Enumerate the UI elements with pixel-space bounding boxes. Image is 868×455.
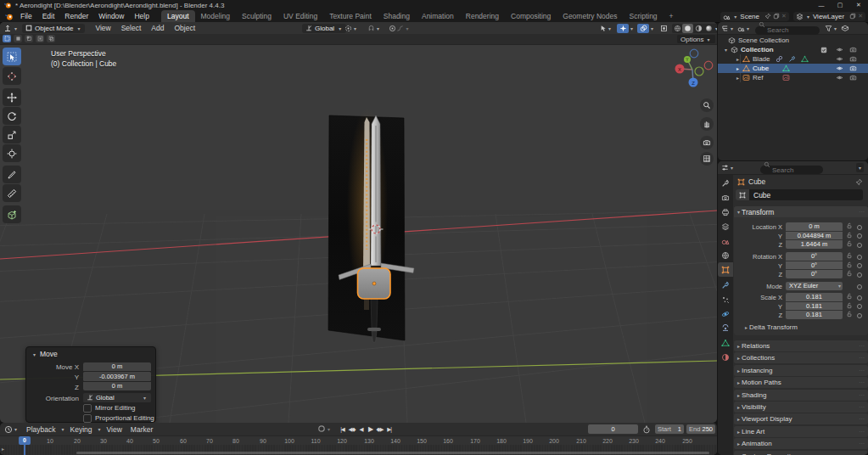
view-layer-selector[interactable]: ▾ ViewLayer ✕ [793,12,865,21]
move-operator-panel[interactable]: ▾ Move Move X 0 m Y -0.003967 m Z 0 m Or… [25,346,156,423]
blender-app-menu-icon[interactable] [4,12,14,21]
next-keyframe-button[interactable]: ◆▶ [375,424,384,434]
lock-icon[interactable] [846,302,853,309]
lock-icon[interactable] [846,222,853,229]
lock-icon[interactable] [846,252,853,259]
minimize-button[interactable]: — [812,0,831,10]
section-line-art[interactable]: ▸Line Art⋯ [734,426,868,437]
expand-icon[interactable]: ▸ [736,56,739,62]
camera-view-button[interactable] [700,136,714,149]
section-viewport-display[interactable]: ▸Viewport Display⋯ [734,413,868,424]
add-workspace-button[interactable]: + [664,10,680,22]
play-reverse-button[interactable]: ◀ [356,424,366,434]
maximize-button[interactable]: ▢ [831,0,849,10]
scale-y-field[interactable]: 0.181 [786,302,843,311]
properties-editor-icon[interactable] [721,164,729,171]
section-visibility[interactable]: ▸Visibility⋯ [734,402,868,413]
expand-icon[interactable]: ▸ [736,75,739,81]
tab-render[interactable] [720,193,731,203]
scene-selector[interactable]: ▾ Scene ✕ [720,12,789,21]
menu-help[interactable]: Help [129,10,154,22]
chevron-down-icon[interactable]: ▾ [14,426,17,432]
animate-dot[interactable] [857,263,862,268]
play-button[interactable]: ▶ [366,424,375,434]
move-z-field[interactable]: 0 m [83,382,151,391]
menu-render[interactable]: Render [59,10,93,22]
animate-dot[interactable] [857,295,862,301]
lock-icon[interactable] [846,270,853,277]
gizmo-negative-z-ball[interactable] [690,49,698,58]
animate-dot[interactable] [857,255,862,260]
auto-keying-toggle[interactable]: ▾ [317,424,332,433]
timeline-menu-playback[interactable]: Playback [22,425,60,434]
section-custom-properties[interactable]: ▸Custom Properties⋯ [734,451,868,455]
end-frame-field[interactable]: End250 [686,424,715,434]
filter-dropdown-icon[interactable]: ▾ [856,163,864,172]
move-x-field[interactable]: 0 m [83,362,151,372]
animate-dot[interactable] [857,272,862,278]
section-shading[interactable]: ▸Shading⋯ [734,390,868,401]
chevron-down-icon[interactable]: ▾ [834,25,837,31]
animate-dot[interactable] [857,233,862,239]
tab-material[interactable] [720,352,731,362]
jump-to-start-button[interactable]: |◀ [338,424,347,434]
channel-expand-icon[interactable]: ▸ [2,446,4,452]
tab-animation[interactable]: Animation [416,10,460,22]
tab-rendering[interactable]: Rendering [460,10,505,22]
tab-layout[interactable]: Layout [161,10,195,22]
hide-eye-icon[interactable] [836,74,843,81]
hide-eye-icon[interactable] [836,65,843,72]
tab-scripting[interactable]: Scripting [624,10,664,22]
hide-eye-icon[interactable] [836,55,843,63]
section-relations[interactable]: ▸Relations⋯ [734,340,868,351]
scale-z-field[interactable]: 0.181 [786,311,843,319]
tab-tool[interactable] [720,178,731,188]
new-collection-icon[interactable] [841,24,849,32]
lock-icon[interactable] [846,261,853,268]
scale-x-field[interactable]: 0.181 [786,293,843,301]
tab-sculpting[interactable]: Sculpting [236,10,277,22]
animate-dot[interactable] [857,313,862,318]
playhead-frame-badge[interactable]: 0 [19,436,31,445]
gizmo-negative-y-ball[interactable] [695,67,703,76]
chevron-down-icon[interactable]: ▾ [33,351,36,357]
animate-dot[interactable] [857,243,862,248]
outliner-row-cube-selected[interactable]: ▸ Cube [718,64,868,73]
expand-icon[interactable]: ▾ [725,47,727,53]
menu-edit[interactable]: Edit [37,10,60,22]
disable-render-camera-icon[interactable] [849,46,857,53]
location-x-field[interactable]: 0 m [786,222,843,231]
timeline-menu-marker[interactable]: Marker [126,425,157,434]
perspective-toggle-button[interactable] [700,152,714,166]
chevron-down-icon[interactable]: ▾ [731,25,733,31]
new-view-layer-icon[interactable] [849,13,856,20]
jump-to-end-button[interactable]: ▶| [384,424,394,434]
section-instancing[interactable]: ▸Instancing⋯ [734,365,868,376]
rotation-mode-dropdown[interactable]: XYZ Euler▾ [786,282,843,290]
transform-panel-header[interactable]: ▾ Transform ⋯ [734,206,868,217]
object-name-field[interactable]: Cube [749,189,863,200]
chevron-down-icon[interactable]: ▾ [731,165,733,171]
tab-uv-editing[interactable]: UV Editing [277,10,323,22]
display-mode-icon[interactable] [737,25,745,32]
zoom-view-button[interactable] [700,98,714,112]
rotation-x-field[interactable]: 0° [786,252,843,261]
gizmo-negative-x-ball[interactable] [704,61,713,70]
section-collections[interactable]: ▸Collections⋯ [734,352,868,363]
stopwatch-icon[interactable] [642,425,651,434]
current-frame-field[interactable]: 0 [588,424,638,434]
tab-shading[interactable]: Shading [378,10,416,22]
animate-dot[interactable] [857,304,862,309]
new-scene-icon[interactable] [773,13,780,20]
animate-dot[interactable] [857,225,862,230]
tab-output[interactable] [720,207,731,217]
tab-geometry-nodes[interactable]: Geometry Nodes [557,10,623,22]
expand-icon[interactable]: ▸ [736,65,739,71]
disable-render-camera-icon[interactable] [849,74,857,81]
menu-file[interactable]: File [15,10,37,22]
start-frame-field[interactable]: Start1 [655,424,684,434]
delta-transform-toggle[interactable]: ▸ Delta Transform [743,323,798,331]
breadcrumb-object-name[interactable]: Cube [748,177,765,186]
proportional-editing-checkbox[interactable] [83,414,92,423]
tab-texture-paint[interactable]: Texture Paint [323,10,378,22]
